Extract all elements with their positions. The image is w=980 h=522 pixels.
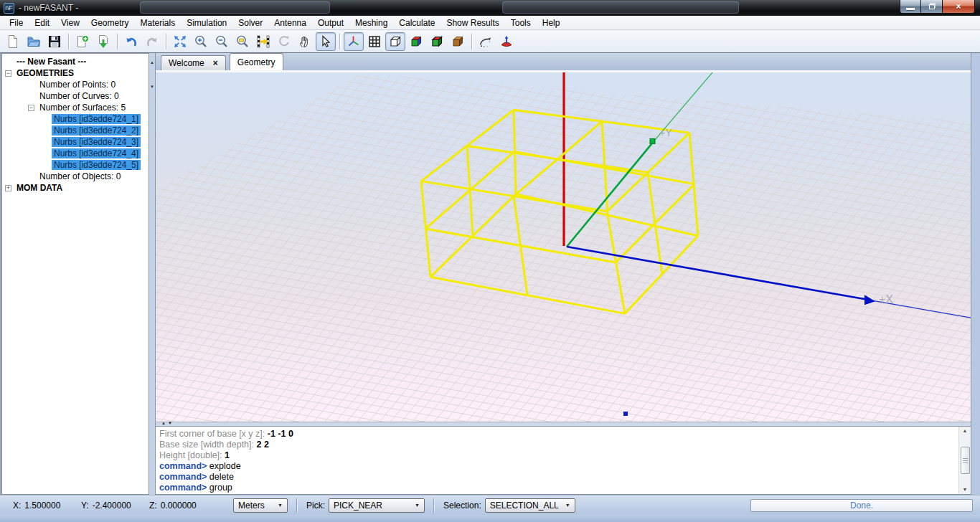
minimize-button[interactable]	[900, 0, 921, 14]
rotate-view-icon	[277, 34, 291, 49]
import-geometry-icon	[96, 34, 110, 49]
flat-view-button[interactable]	[427, 32, 447, 51]
scrollbar-thumb[interactable]	[961, 447, 970, 474]
rotate-view-button[interactable]	[274, 32, 294, 51]
zoom-in-button[interactable]	[191, 32, 211, 51]
tab-geometry[interactable]: Geometry	[230, 53, 283, 70]
menu-geometry[interactable]: Geometry	[85, 16, 135, 29]
menu-help[interactable]: Help	[537, 16, 566, 29]
wireframe-view-button[interactable]	[385, 32, 405, 51]
scroll-down-icon[interactable]: ▼	[963, 487, 968, 493]
console-value: group	[209, 483, 232, 493]
select-cursor-icon	[319, 34, 333, 49]
tree-item[interactable]: Nurbs [id3edde724_4]	[2, 148, 149, 159]
save-file-button[interactable]	[44, 32, 65, 51]
zoom-out-button[interactable]	[212, 32, 232, 51]
import-geometry-button[interactable]	[93, 32, 113, 51]
wireframe-box[interactable]	[421, 110, 698, 313]
selection-dropdown[interactable]: SELECTION_ALL▼	[485, 498, 575, 513]
tree-item-label: Number of Objects: 0	[37, 171, 123, 181]
close-button[interactable]: ×	[942, 0, 975, 14]
zoom-select-button[interactable]	[253, 32, 273, 51]
textured-cube-icon	[451, 34, 465, 49]
menu-calculate[interactable]: Calculate	[393, 16, 440, 29]
window-titlebar[interactable]: nF - newFASANT - ×	[0, 0, 980, 16]
pick-dropdown[interactable]: PICK_NEAR▼	[329, 498, 425, 513]
console-prompt-label: First corner of base [x y z]:	[159, 429, 268, 439]
axes-toggle-button[interactable]	[344, 32, 364, 51]
restore-button[interactable]	[921, 0, 942, 14]
grid-icon	[367, 34, 382, 49]
menu-file[interactable]: File	[4, 16, 29, 29]
units-dropdown[interactable]: Meters▼	[233, 498, 288, 513]
progress-bar: Done.	[750, 499, 973, 512]
y-axis-handle[interactable]	[650, 138, 655, 143]
tree-item[interactable]: Number of Curves: 0	[2, 90, 149, 102]
rotate-geometry-button[interactable]	[476, 32, 496, 51]
collapse-icon[interactable]: −	[28, 105, 34, 111]
zoom-window-icon	[235, 34, 250, 49]
menu-meshing[interactable]: Meshing	[349, 16, 393, 29]
coord-z-value: 0.000000	[161, 500, 197, 511]
vertical-splitter[interactable]: ▲ ▼	[149, 53, 155, 495]
command-console[interactable]: First corner of base [x y z]: -1 -1 0Bas…	[156, 426, 971, 495]
console-line: command> group	[159, 483, 956, 493]
menu-edit[interactable]: Edit	[29, 16, 55, 29]
console-prompt-label: Base size [width depth]:	[159, 440, 257, 450]
new-file-button[interactable]	[3, 32, 23, 51]
window-title: - newFASANT -	[19, 3, 78, 13]
open-file-button[interactable]	[24, 32, 44, 51]
console-line: Base size [width depth]: 2 2	[159, 440, 956, 450]
console-value: explode	[209, 461, 241, 471]
tree-item[interactable]: Nurbs [id3edde724_3]	[2, 136, 149, 148]
console-line: Height [double]: 1	[159, 450, 956, 461]
fit-view-button[interactable]	[170, 32, 190, 51]
console-scrollbar[interactable]: ▲ ▼	[958, 427, 971, 494]
undo-button[interactable]	[121, 32, 141, 51]
menu-solver[interactable]: Solver	[232, 16, 268, 29]
close-tab-icon[interactable]: ×	[213, 60, 218, 67]
expand-icon[interactable]: +	[5, 185, 11, 191]
textured-view-button[interactable]	[448, 32, 468, 51]
3d-viewport[interactable]: +Y +X	[156, 72, 971, 422]
add-geometry-icon	[75, 34, 90, 49]
menu-show-results[interactable]: Show Results	[440, 16, 504, 29]
pick-label: Pick:	[306, 500, 325, 511]
restore-icon	[929, 4, 935, 9]
tree-item[interactable]: −Number of Surfaces: 5	[2, 102, 149, 113]
menu-view[interactable]: View	[55, 16, 85, 29]
geometry-tree-panel: --- New Fasant ---−GEOMETRIESNumber of P…	[1, 53, 149, 495]
tree-item[interactable]: Nurbs [id3edde724_2]	[2, 125, 149, 136]
pan-button[interactable]	[295, 32, 315, 51]
solid-view-button[interactable]	[406, 32, 426, 51]
tab-welcome[interactable]: Welcome ×	[161, 55, 226, 70]
menu-output[interactable]: Output	[312, 16, 349, 29]
scroll-up-icon[interactable]: ▲	[963, 428, 968, 434]
tree-item[interactable]: −GEOMETRIES	[2, 67, 149, 79]
chevron-down-icon: ▼	[415, 503, 420, 508]
add-geometry-button[interactable]	[72, 32, 93, 51]
grid-toggle-button[interactable]	[364, 32, 385, 51]
select-button[interactable]	[316, 32, 336, 51]
tree-item[interactable]: Nurbs [id3edde724_1]	[2, 113, 149, 125]
collapse-icon[interactable]: −	[5, 70, 11, 77]
antenna-axis-button[interactable]	[496, 32, 517, 51]
tree-item[interactable]: Number of Objects: 0	[2, 171, 149, 182]
viewport-canvas[interactable]: +Y +X	[156, 72, 971, 422]
menu-materials[interactable]: Materials	[135, 16, 182, 29]
console-value: 1	[225, 450, 230, 460]
tree-item[interactable]: Number of Points: 0	[2, 79, 149, 90]
tab-geometry-label: Geometry	[237, 57, 275, 67]
zoom-window-button[interactable]	[232, 32, 253, 51]
menu-tools[interactable]: Tools	[505, 16, 537, 29]
tree-item[interactable]: Nurbs [id3edde724_5]	[2, 159, 149, 171]
menu-antenna[interactable]: Antenna	[268, 16, 312, 29]
console-command-prompt: command>	[159, 483, 209, 493]
selection-point[interactable]	[623, 412, 628, 416]
menu-simulation[interactable]: Simulation	[181, 16, 232, 29]
tree-item-label: Nurbs [id3edde724_1]	[52, 114, 141, 124]
tree-item[interactable]: --- New Fasant ---	[2, 56, 149, 67]
tree-item[interactable]: +MOM DATA	[2, 182, 149, 194]
coord-y-label: Y:	[81, 500, 89, 511]
redo-button[interactable]	[142, 32, 162, 51]
